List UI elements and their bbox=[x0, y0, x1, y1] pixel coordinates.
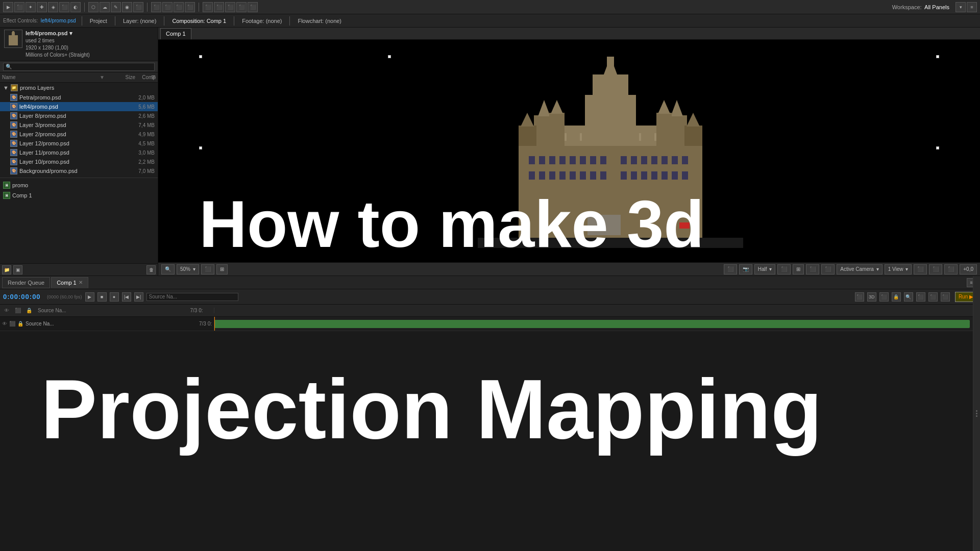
render-btn[interactable]: ⬛ bbox=[724, 264, 737, 274]
tab-render-queue[interactable]: Render Queue bbox=[2, 277, 50, 288]
viewport-tabs: Comp 1 bbox=[158, 28, 980, 40]
tool-btn-14[interactable]: ⬛ bbox=[162, 2, 173, 12]
transform-handle-ml[interactable] bbox=[199, 146, 202, 149]
timecode-display[interactable]: 0:00:00:00 bbox=[3, 293, 44, 300]
tool-paint-3[interactable]: ⬛ bbox=[225, 2, 235, 12]
tool-btn-11[interactable]: ◉ bbox=[122, 2, 132, 12]
grid-btn[interactable]: ⊞ bbox=[216, 264, 228, 274]
tool-btn-10[interactable]: ✎ bbox=[111, 2, 121, 12]
psd-icon: 🎨 bbox=[10, 94, 17, 101]
list-item[interactable]: 🎨 left4/promo.psd 5,6 MB bbox=[0, 102, 158, 111]
panel-menu-btn[interactable]: ≡ bbox=[967, 2, 977, 12]
workspace-menu-btn[interactable]: ▾ bbox=[955, 2, 966, 12]
tool-btn-15[interactable]: ⬛ bbox=[174, 2, 184, 12]
comp-flow-btn[interactable]: ⬛ bbox=[914, 264, 927, 274]
3d-btn[interactable]: 3D bbox=[867, 292, 876, 302]
delete-btn[interactable]: 🗑 bbox=[146, 265, 156, 274]
play-btn[interactable]: ▶ bbox=[85, 292, 94, 302]
menu-footage[interactable]: Footage: (none) bbox=[240, 18, 284, 24]
tool-btn-8[interactable]: ⬡ bbox=[88, 2, 99, 12]
menu-composition[interactable]: Composition: Comp 1 bbox=[170, 18, 228, 24]
magnify-btn[interactable]: 🔍 bbox=[161, 264, 175, 274]
motion-blur-btn[interactable]: ⬛ bbox=[855, 292, 864, 302]
region-btn[interactable]: ⬛ bbox=[777, 264, 791, 274]
time-delta-btn[interactable]: +0,0 bbox=[960, 264, 977, 274]
preview-btn[interactable]: ⬛ bbox=[944, 264, 958, 274]
list-item[interactable]: 🎨 Layer 8/promo.psd 2,6 MB bbox=[0, 111, 158, 120]
solo-btn[interactable]: ⬛ bbox=[879, 292, 889, 302]
panel-options-btn[interactable]: ☰ bbox=[151, 74, 156, 80]
menu-project[interactable]: Project bbox=[88, 18, 109, 24]
tool-paint-5[interactable]: ⬛ bbox=[248, 2, 258, 12]
tool-btn-2[interactable]: ⬛ bbox=[14, 2, 24, 12]
comp-1-item[interactable]: ▣ Comp 1 bbox=[0, 190, 158, 201]
fit-btn[interactable]: ⬛ bbox=[201, 264, 214, 274]
source-name-search[interactable] bbox=[146, 293, 238, 301]
svg-rect-17 bbox=[656, 113, 672, 146]
graph-btn[interactable]: ⬛ bbox=[928, 292, 938, 302]
zoom-btn[interactable]: 50% ▾ bbox=[177, 264, 199, 274]
new-comp-btn[interactable]: ▣ bbox=[13, 265, 22, 274]
track-solo[interactable]: ⬛ bbox=[9, 321, 15, 327]
chart-btn[interactable]: ⬛ bbox=[941, 292, 950, 302]
tab-close-icon[interactable]: ✕ bbox=[79, 280, 83, 285]
resolution-btn[interactable]: Half ▾ bbox=[754, 264, 776, 274]
tool-btn-16[interactable]: ⬛ bbox=[185, 2, 195, 12]
grid2-btn[interactable]: ⊞ bbox=[793, 264, 804, 274]
sort-btn[interactable]: ▼ bbox=[100, 74, 105, 80]
render-options-btn[interactable]: ⬛ bbox=[929, 264, 942, 274]
prev-frame-btn[interactable]: |◀ bbox=[122, 292, 131, 302]
tool-btn-1[interactable]: ▶ bbox=[3, 2, 13, 12]
view-options-btn[interactable]: ⬛ bbox=[821, 264, 835, 274]
tool-paint-4[interactable]: ⬛ bbox=[236, 2, 247, 12]
record-btn[interactable]: ● bbox=[110, 292, 119, 302]
menu-flowchart[interactable]: Flowchart: (none) bbox=[296, 18, 344, 24]
list-item[interactable]: 🎨 Layer 10/promo.psd 2,2 MB bbox=[0, 157, 158, 166]
tool-paint-1[interactable]: ⬛ bbox=[203, 2, 213, 12]
toolbar-group-3: ⬛ ⬛ ⬛ ⬛ bbox=[151, 2, 195, 12]
track-lock[interactable]: 🔒 bbox=[17, 321, 23, 327]
transform-handle-tr[interactable] bbox=[936, 55, 939, 58]
camera-icon-btn[interactable]: 📷 bbox=[739, 264, 752, 274]
search-tl-btn[interactable]: 🔍 bbox=[904, 292, 913, 302]
svg-rect-45 bbox=[600, 171, 606, 180]
comp-promo-label: promo bbox=[12, 182, 28, 188]
item-size: 3,0 MB bbox=[124, 150, 155, 156]
next-frame-btn[interactable]: ▶| bbox=[134, 292, 143, 302]
list-item[interactable]: 🎨 Background/promo.psd 7,0 MB bbox=[0, 166, 158, 176]
viewport-canvas[interactable]: How to make 3d bbox=[158, 40, 980, 262]
stop-btn[interactable]: ■ bbox=[97, 292, 107, 302]
viewport-tab-comp1[interactable]: Comp 1 bbox=[160, 28, 191, 39]
tool-btn-5[interactable]: ◈ bbox=[48, 2, 58, 12]
list-item[interactable]: 🎨 Layer 3/promo.psd 7,4 MB bbox=[0, 120, 158, 130]
list-item[interactable]: 🎨 Layer 12/promo.psd 4,5 MB bbox=[0, 139, 158, 148]
list-item[interactable]: 🎨 Layer 2/promo.psd 4,9 MB bbox=[0, 130, 158, 139]
comp-promo-item[interactable]: ▣ promo bbox=[0, 180, 158, 190]
svg-rect-24 bbox=[539, 156, 545, 164]
list-item[interactable]: 🎨 Layer 11/promo.psd 3,0 MB bbox=[0, 148, 158, 157]
view-count-btn[interactable]: 1 View ▾ bbox=[885, 264, 912, 274]
marker-btn[interactable]: ⬛ bbox=[916, 292, 925, 302]
tool-paint-2[interactable]: ⬛ bbox=[214, 2, 224, 12]
tool-btn-13[interactable]: ⬛ bbox=[151, 2, 161, 12]
tool-btn-7[interactable]: ◐ bbox=[70, 2, 81, 12]
folder-promo-layers[interactable]: ▼ 📁 promo Layers bbox=[0, 83, 158, 93]
tool-btn-6[interactable]: ⬛ bbox=[59, 2, 69, 12]
safe-btn[interactable]: ⬛ bbox=[806, 264, 819, 274]
menu-layer[interactable]: Layer: (none) bbox=[121, 18, 158, 24]
new-folder-btn[interactable]: 📁 bbox=[2, 265, 11, 274]
tool-btn-4[interactable]: ✚ bbox=[37, 2, 47, 12]
transform-handle-tc[interactable] bbox=[388, 55, 391, 58]
transform-handle-tl[interactable] bbox=[199, 55, 202, 58]
track-eye[interactable]: 👁 bbox=[2, 321, 7, 327]
tool-btn-12[interactable]: ⬛ bbox=[133, 2, 143, 12]
camera-select-btn[interactable]: Active Camera ▾ bbox=[837, 264, 882, 274]
tool-btn-9[interactable]: ☁ bbox=[100, 2, 110, 12]
transform-handle-mr[interactable] bbox=[936, 146, 939, 149]
timeline-right-edge[interactable] bbox=[973, 276, 980, 551]
tab-comp1[interactable]: Comp 1 ✕ bbox=[51, 277, 88, 288]
tool-btn-3[interactable]: ✦ bbox=[26, 2, 36, 12]
lock-btn[interactable]: 🔒 bbox=[892, 292, 901, 302]
search-input[interactable] bbox=[3, 63, 155, 71]
list-item[interactable]: 🎨 Petra/promo.psd 2,0 MB bbox=[0, 93, 158, 102]
